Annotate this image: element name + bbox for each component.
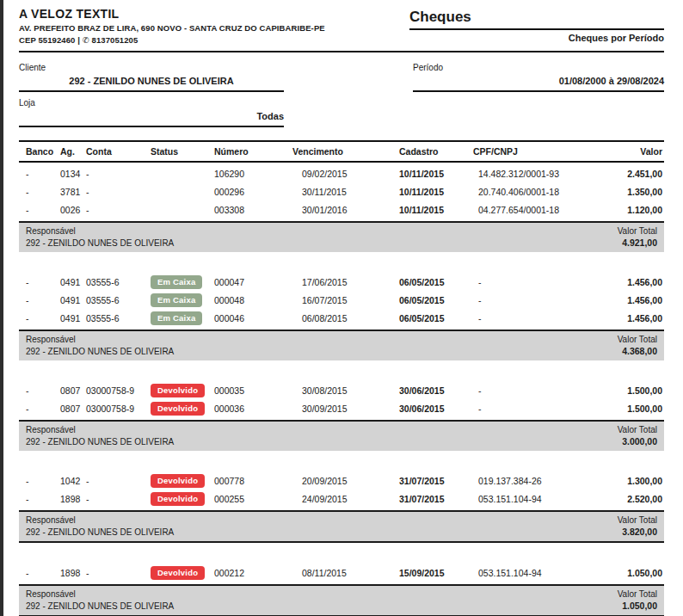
- group-rows: - 0134 - 106290 09/02/2015 10/11/2015 14…: [19, 164, 664, 219]
- band-responsavel-label: Responsável: [26, 514, 174, 526]
- cliente-label: Cliente: [19, 63, 284, 72]
- cell-valor: 1.456,00: [594, 313, 664, 323]
- col-header-valor: Valor: [594, 146, 664, 157]
- cell-conta: -: [86, 476, 151, 486]
- band-total-label: Valor Total: [618, 225, 657, 237]
- table-row: - 0491 03555-6 Em Caixa 000046 06/08/201…: [19, 309, 664, 327]
- cell-status: Em Caixa: [151, 275, 214, 289]
- cell-numero: 003308: [214, 205, 292, 215]
- cell-cadastro: 06/05/2015: [399, 313, 473, 323]
- cell-conta: -: [86, 187, 151, 197]
- band-responsavel-name: 292 - ZENILDO NUNES DE OLIVEIRA: [26, 346, 174, 357]
- cell-numero: 000047: [214, 277, 292, 287]
- cell-agencia: 0807: [60, 385, 86, 396]
- cell-conta: 03555-6: [86, 313, 151, 323]
- contact-separator: |: [77, 35, 80, 45]
- cell-conta: 03000758-9: [86, 385, 151, 396]
- company-name: A VELOZ TEXTIL: [19, 7, 325, 21]
- table-header-row: Banco Ag. Conta Status Número Vencimento…: [19, 140, 664, 163]
- cell-valor: 1.500,00: [594, 403, 664, 414]
- cell-cpf-cnpj: -: [473, 403, 594, 414]
- table-row: - 1898 - Devolvido 000255 24/09/2015 31/…: [19, 490, 664, 508]
- cell-numero: 000036: [214, 403, 292, 414]
- cell-conta: 03000758-9: [86, 403, 151, 414]
- cell-conta: -: [86, 494, 151, 504]
- check-group: - 0491 03555-6 Em Caixa 000047 17/06/201…: [19, 273, 664, 360]
- company-contact: CEP 55192460 | ✆ 8137051205: [19, 35, 325, 45]
- cell-conta: 03555-6: [86, 277, 151, 287]
- band-total-value: 3.820,00: [618, 527, 657, 538]
- cell-agencia: 1898: [60, 568, 86, 578]
- band-total-label: Valor Total: [618, 514, 657, 526]
- cell-valor: 1.350,00: [594, 187, 664, 197]
- cell-cadastro: 15/09/2015: [399, 568, 473, 578]
- filters-right: Período 01/08/2000 à 29/08/2024: [413, 63, 664, 127]
- band-responsavel-label: Responsável: [26, 424, 174, 435]
- status-badge: Devolvido: [151, 384, 205, 397]
- band-total-label: Valor Total: [618, 424, 657, 435]
- cell-agencia: 0491: [60, 295, 86, 305]
- cell-status: Em Caixa: [151, 293, 214, 307]
- cell-banco: -: [19, 568, 60, 578]
- cell-valor: 1.050,00: [594, 568, 664, 578]
- cell-cadastro: 10/11/2015: [399, 187, 473, 197]
- cell-valor: 1.456,00: [594, 277, 664, 287]
- band-total: Valor Total 3.820,00: [618, 514, 657, 538]
- band-total: Valor Total 4.368,00: [618, 334, 657, 357]
- filter-periodo: Período 01/08/2000 à 29/08/2024: [413, 63, 664, 92]
- table-row: - 0807 03000758-9 Devolvido 000036 30/09…: [19, 399, 664, 417]
- band-total: Valor Total 1.050,00: [618, 588, 657, 612]
- band-total-value: 4.921,00: [618, 237, 657, 249]
- cell-status: Em Caixa: [151, 311, 214, 325]
- check-groups: - 0134 - 106290 09/02/2015 10/11/2015 14…: [19, 164, 664, 616]
- cell-vencimento: 08/11/2015: [292, 568, 399, 578]
- filter-loja: Loja Todas: [19, 98, 284, 127]
- check-group: - 0134 - 106290 09/02/2015 10/11/2015 14…: [19, 164, 664, 252]
- band-responsavel: Responsável 292 - ZENILDO NUNES DE OLIVE…: [26, 588, 174, 612]
- band-total-value: 4.368,00: [618, 346, 657, 357]
- table-row: - 0026 - 003308 30/01/2016 10/11/2015 04…: [19, 200, 664, 219]
- cell-vencimento: 09/02/2015: [292, 169, 399, 179]
- cell-numero: 000035: [214, 385, 292, 396]
- cell-cpf-cnpj: 04.277.654/0001-18: [473, 205, 594, 215]
- cell-agencia: 0491: [60, 277, 86, 287]
- cell-agencia: 0491: [60, 313, 86, 323]
- cell-cadastro: 06/05/2015: [399, 295, 473, 305]
- table-row: - 3781 - 000296 30/11/2015 10/11/2015 20…: [19, 182, 664, 200]
- col-header-conta: Conta: [86, 146, 151, 157]
- group-summary-band: Responsável 292 - ZENILDO NUNES DE OLIVE…: [19, 221, 664, 252]
- cell-cpf-cnpj: 019.137.384-26: [473, 476, 594, 486]
- cell-valor: 1.500,00: [594, 385, 664, 396]
- cell-banco: -: [19, 295, 60, 305]
- check-group: - 0807 03000758-9 Devolvido 000035 30/08…: [19, 381, 664, 451]
- band-total: Valor Total 3.000,00: [618, 424, 657, 447]
- periodo-label: Período: [413, 63, 664, 72]
- cell-conta: -: [86, 205, 151, 215]
- cell-cadastro: 10/11/2015: [399, 169, 473, 179]
- cell-status: Devolvido: [151, 384, 214, 397]
- filters-left: Cliente 292 - ZENILDO NUNES DE OLIVEIRA …: [19, 63, 284, 127]
- group-rows: - 0807 03000758-9 Devolvido 000035 30/08…: [19, 381, 664, 417]
- cell-numero: 000778: [214, 476, 292, 486]
- band-responsavel-name: 292 - ZENILDO NUNES DE OLIVEIRA: [26, 436, 174, 447]
- band-total-label: Valor Total: [618, 334, 657, 345]
- cell-valor: 1.120,00: [594, 205, 664, 215]
- report-title: Cheques: [409, 9, 664, 30]
- report-page: A VELOZ TEXTIL AV. PREFEITO BRAZ DE LIRA…: [0, 0, 683, 616]
- cell-vencimento: 24/09/2015: [292, 494, 399, 504]
- cliente-value: 292 - ZENILDO NUNES DE OLIVEIRA: [19, 76, 284, 92]
- cell-cpf-cnpj: 14.482.312/0001-93: [473, 169, 594, 179]
- cell-numero: 000296: [214, 187, 292, 197]
- report-subtitle: Cheques por Período: [409, 33, 664, 43]
- check-group: - 1042 - Devolvido 000778 20/09/2015 31/…: [19, 471, 664, 543]
- cell-vencimento: 30/11/2015: [292, 187, 399, 197]
- cell-cpf-cnpj: -: [473, 385, 594, 396]
- cell-cadastro: 10/11/2015: [399, 205, 473, 215]
- cell-cadastro: 06/05/2015: [399, 277, 473, 287]
- group-rows: - 0491 03555-6 Em Caixa 000047 17/06/201…: [19, 273, 664, 327]
- band-responsavel-label: Responsável: [26, 334, 174, 345]
- check-group: - 1898 - Devolvido 000212 08/11/2015 15/…: [19, 564, 664, 616]
- col-header-vencimento: Vencimento: [292, 146, 399, 157]
- cell-banco: -: [19, 187, 60, 197]
- col-header-banco: Banco: [19, 146, 60, 157]
